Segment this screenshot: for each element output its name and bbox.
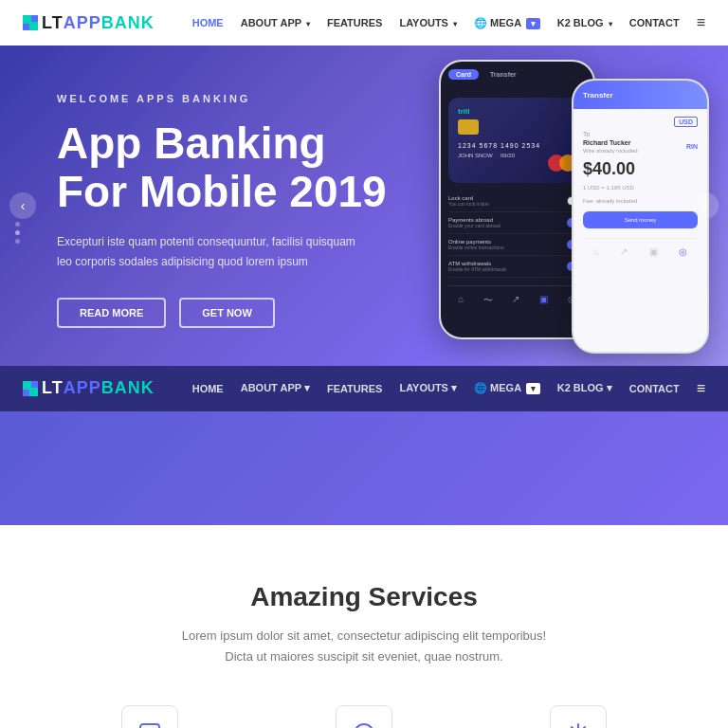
hero-description: Excepturi iste quam potenti consequuntur… [57, 232, 360, 271]
transfer-content: USD To Richard Tucker Wire already inclu… [573, 109, 707, 264]
nav-contact[interactable]: CONTACT [629, 17, 680, 28]
svg-rect-4 [23, 381, 29, 388]
logo-icon-sticky [23, 381, 38, 396]
logo-lt: LT [42, 13, 64, 33]
exchange-rate: 1 USD = 1.195 USD [583, 185, 698, 191]
card-number: 1234 5678 1490 2534 [458, 142, 576, 149]
sticky-nav-contact[interactable]: CONTACT [629, 383, 680, 394]
logo-app-sticky: APP [64, 378, 101, 398]
send-money-button[interactable]: Send money [583, 211, 698, 228]
fn-icon-1: ⌂ [593, 246, 599, 257]
svg-rect-6 [23, 390, 29, 396]
sticky-nav-mega[interactable]: 🌐 MEGA ▾ [474, 382, 540, 394]
fn-icon-2: ↗ [620, 246, 628, 257]
nav-icon-1: ⌂ [458, 294, 464, 307]
services-description: Lorem ipsum dolor sit amet, consectetur … [57, 626, 671, 667]
mega-badge: ▾ [526, 18, 540, 29]
nav-features[interactable]: FEATURES [327, 17, 382, 28]
installation-icon [121, 705, 178, 728]
chevron-icon: ▾ [609, 20, 612, 28]
hero-prev-button[interactable]: ‹ [9, 192, 36, 219]
nav-home[interactable]: HOME [192, 17, 224, 28]
service-installation: Installation Guide Sed libero odio phase… [57, 705, 243, 728]
get-now-button[interactable]: GET NOW [179, 298, 275, 328]
nav-icon-3: ↗ [512, 294, 519, 307]
front-bottom-nav: ⌂ ↗ ▣ ◎ [583, 238, 698, 257]
globe-icon: 🌐 [474, 17, 487, 28]
nav-mega[interactable]: 🌐 MEGA ▾ [474, 17, 540, 29]
sticky-nav-features[interactable]: FEATURES [327, 383, 382, 394]
chevron-icon: ▾ [306, 20, 310, 28]
nav-links: HOME ABOUT APP ▾ FEATURES LAYOUTS ▾ 🌐 ME… [192, 14, 705, 31]
card-chip [458, 119, 479, 135]
logo-bank: BANK [101, 13, 155, 33]
fn-icon-3: ▣ [649, 246, 658, 257]
currency-badge: USD [674, 117, 698, 127]
to-label: To [583, 131, 698, 137]
chevron-icon: ▾ [607, 382, 612, 393]
nav-icon-4: ▣ [539, 294, 548, 307]
sticky-hamburger[interactable]: ≡ [697, 380, 705, 397]
mega-badge-sticky: ▾ [526, 383, 540, 394]
service-support: Live call support Sed libero odio phasel… [271, 705, 457, 728]
sticky-nav-k2blog[interactable]: K2 BLOG ▾ [557, 382, 612, 394]
svg-rect-7 [31, 390, 38, 396]
transfer-tab: Transfer [482, 69, 524, 80]
chevron-icon: ▾ [451, 382, 457, 393]
nav-layouts[interactable]: LAYOUTS ▾ [399, 17, 457, 28]
sticky-nav-about[interactable]: ABOUT APP ▾ [241, 382, 310, 394]
nav-icon-2: 〜 [483, 294, 493, 307]
svg-point-11 [355, 724, 373, 728]
recipient-sub: Wire already included [583, 148, 638, 154]
sticky-nav-home[interactable]: HOME [192, 383, 224, 394]
recipient-name: Richard Tucker [583, 139, 638, 146]
chevron-icon: ▾ [453, 20, 457, 28]
svg-rect-0 [23, 15, 29, 22]
svg-rect-5 [31, 381, 38, 388]
purple-banner [0, 411, 728, 525]
setup-icon [550, 705, 607, 728]
card-brand: trill [458, 107, 576, 116]
logo-sticky[interactable]: LT APPBANK [23, 378, 155, 398]
hero-content: WELCOME APPS BANKING App BankingFor Mobi… [57, 83, 417, 328]
hero-title: App BankingFor Mobile 2019 [57, 119, 417, 215]
transfer-amount: $40.00 [583, 159, 698, 179]
chevron-icon: ▾ [304, 382, 310, 393]
logo-lt-sticky: LT [42, 378, 64, 398]
atm-toggle: ATM withdrawals Enable for ATM withdrawa… [448, 256, 586, 278]
logo-app: APP [64, 13, 101, 33]
fn-icon-4: ◎ [679, 246, 687, 257]
svg-rect-1 [31, 15, 38, 22]
bottom-nav: ⌂ 〜 ↗ ▣ ◎ [448, 285, 586, 307]
read-more-button[interactable]: READ MORE [57, 298, 166, 328]
sticky-nav-layouts[interactable]: LAYOUTS ▾ [399, 382, 457, 394]
sticky-nav-links: HOME ABOUT APP ▾ FEATURES LAYOUTS ▾ 🌐 ME… [192, 380, 705, 397]
dot-1 [15, 222, 20, 227]
navbar-top: LT APPBANK HOME ABOUT APP ▾ FEATURES LAY… [0, 0, 728, 46]
nav-about[interactable]: ABOUT APP ▾ [241, 17, 310, 28]
support-icon [336, 705, 392, 728]
navbar-sticky: LT APPBANK HOME ABOUT APP ▾ FEATURES LAY… [0, 366, 728, 411]
logo[interactable]: LT APPBANK [23, 13, 155, 33]
dot-2 [15, 230, 20, 235]
hero-next-button[interactable]: › [692, 192, 719, 219]
svg-rect-2 [23, 24, 29, 30]
service-setup: Easy setup process Sed libero odio phase… [485, 705, 671, 728]
globe-icon: 🌐 [474, 382, 487, 393]
hero-subtitle: WELCOME APPS BANKING [57, 93, 417, 104]
credit-card: trill 1234 5678 1490 2534 JOHN SNOW 09/2… [448, 98, 586, 183]
svg-rect-3 [31, 24, 38, 30]
phone-front-mockup: Transfer USD To Richard Tucker Wire alre… [572, 79, 709, 354]
hero-decoration [15, 222, 20, 244]
card-tab: Card [448, 69, 479, 80]
hamburger-button[interactable]: ≡ [697, 14, 705, 31]
hero-buttons: READ MORE GET NOW [57, 298, 417, 328]
fee-note: Fee: already included [583, 198, 698, 204]
dot-3 [15, 239, 20, 244]
services-grid: Installation Guide Sed libero odio phase… [57, 705, 671, 728]
hero-section: WELCOME APPS BANKING App BankingFor Mobi… [0, 46, 728, 366]
transfer-header: Transfer [573, 81, 707, 109]
rin-badge: RIN [686, 143, 698, 150]
nav-k2blog[interactable]: K2 BLOG ▾ [557, 17, 612, 28]
services-title: Amazing Services [57, 582, 671, 612]
